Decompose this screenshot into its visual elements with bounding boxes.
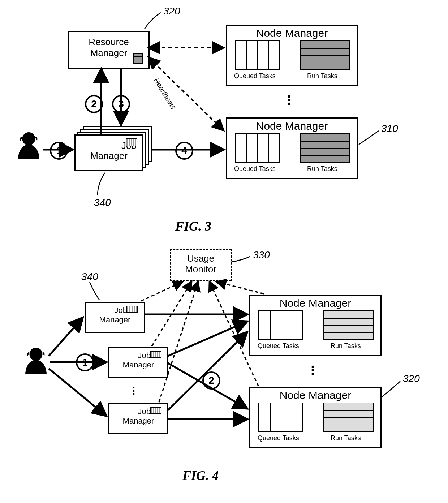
nm-dots-fig4: ··· bbox=[311, 365, 315, 376]
ref-340-fig4: 340 bbox=[81, 271, 98, 283]
svg-point-0 bbox=[22, 132, 35, 145]
nm-dots-fig3: ··· bbox=[287, 95, 291, 106]
ref-320-fig4: 320 bbox=[403, 373, 420, 384]
nm-bot-title-fig3: Node Manager bbox=[227, 120, 357, 133]
step-2-fig3: 2 bbox=[85, 95, 103, 113]
nm-bot-run-lbl-fig4: Run Tasks bbox=[331, 434, 361, 442]
svg-line-18 bbox=[159, 282, 198, 402]
fig3-caption: FIG. 3 bbox=[175, 219, 211, 234]
jm2-icon bbox=[150, 351, 161, 358]
step-3-fig3: 3 bbox=[112, 95, 130, 113]
svg-line-12 bbox=[168, 322, 247, 356]
nm-top-queue-fig4 bbox=[258, 310, 303, 340]
step-1-fig3: 1 bbox=[50, 142, 68, 160]
nm-top-run-lbl-fig3: Run Tasks bbox=[307, 72, 337, 80]
nm-bot-run-lbl-fig3: Run Tasks bbox=[307, 165, 337, 173]
nm-top-run-lbl-fig4: Run Tasks bbox=[331, 342, 361, 350]
svg-line-19 bbox=[217, 282, 264, 294]
nm-bot-queue-fig4 bbox=[258, 403, 303, 432]
fig4-caption: FIG. 4 bbox=[182, 468, 219, 483]
nm-top-title-fig3: Node Manager bbox=[227, 27, 357, 40]
svg-line-17 bbox=[152, 282, 191, 346]
svg-line-14 bbox=[168, 332, 247, 410]
usage-monitor-box: Usage Monitor bbox=[170, 249, 232, 281]
job-manager-label2: Manager bbox=[90, 150, 128, 161]
nm-top-queued-lbl-fig3: Queued Tasks bbox=[234, 72, 276, 80]
jm1-icon bbox=[126, 306, 138, 313]
user-icon-fig4 bbox=[22, 346, 49, 381]
nm-bot-run-fig3 bbox=[300, 133, 350, 163]
step-4-fig3: 4 bbox=[175, 142, 193, 160]
resource-manager-label2: Manager bbox=[90, 47, 128, 58]
nm-bot-run-fig4 bbox=[323, 403, 374, 432]
nm-top-run-fig3 bbox=[300, 40, 350, 70]
job-mgr-icon bbox=[126, 138, 137, 146]
svg-line-16 bbox=[141, 282, 182, 301]
nm-bot-title-fig4: Node Manager bbox=[250, 389, 380, 402]
nm-top-queued-lbl-fig4: Queued Tasks bbox=[258, 342, 299, 350]
jm3-icon bbox=[150, 407, 161, 414]
user-icon-fig3 bbox=[15, 131, 42, 165]
nm-bot-queue-fig3 bbox=[235, 133, 280, 163]
nm-top-queue-fig3 bbox=[235, 40, 280, 70]
jm-dots-fig4: ··· bbox=[132, 386, 135, 396]
usage-monitor-lbl1: Usage bbox=[187, 253, 214, 264]
svg-line-8 bbox=[49, 318, 82, 356]
nm-bot-queued-lbl-fig4: Queued Tasks bbox=[258, 434, 299, 442]
nm-top-title-fig4: Node Manager bbox=[250, 297, 380, 310]
step-2-fig4: 2 bbox=[202, 371, 220, 390]
resource-manager-label1: Resource bbox=[89, 36, 129, 47]
ref-330-fig4: 330 bbox=[253, 249, 270, 261]
resource-mgr-stack-icon bbox=[133, 53, 143, 64]
ref-340-fig3: 340 bbox=[94, 197, 111, 208]
nm-bot-queued-lbl-fig3: Queued Tasks bbox=[234, 165, 276, 173]
step-1-fig4: 1 bbox=[76, 353, 94, 371]
heartbeats-label: Heartbeats bbox=[152, 77, 177, 111]
ref-320-fig3: 320 bbox=[163, 5, 180, 17]
svg-line-10 bbox=[49, 369, 106, 416]
ref-310-fig3: 310 bbox=[381, 123, 398, 134]
usage-monitor-lbl2: Monitor bbox=[185, 264, 216, 275]
nm-top-run-fig4 bbox=[323, 310, 374, 340]
svg-point-1 bbox=[30, 348, 43, 361]
